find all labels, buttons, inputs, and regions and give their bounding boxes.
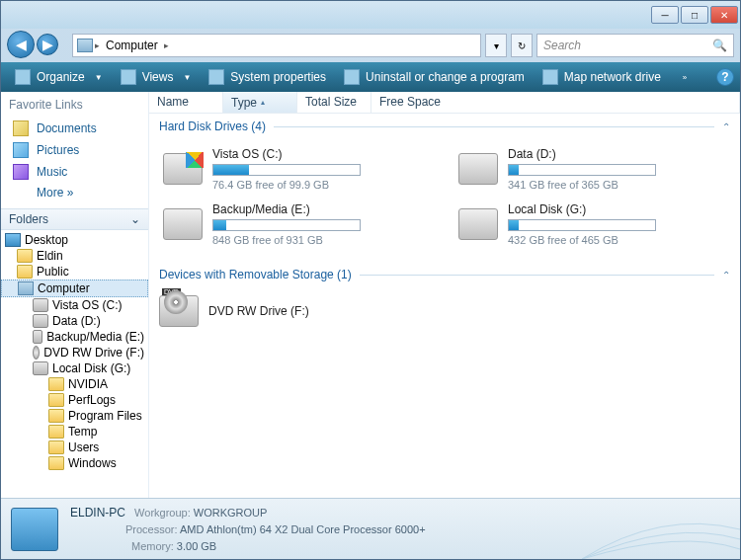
favorite-link-music[interactable]: Music bbox=[9, 161, 140, 183]
tree-item-computer[interactable]: Computer bbox=[1, 280, 148, 297]
tree-item-label: Users bbox=[68, 440, 99, 454]
search-icon: 🔍 bbox=[712, 39, 727, 52]
dvd-icon bbox=[33, 346, 40, 360]
favorite-link-pictures[interactable]: Pictures bbox=[9, 139, 140, 161]
forward-button[interactable]: ▶ bbox=[37, 34, 58, 55]
details-memory-label: Memory: bbox=[131, 540, 174, 552]
tree-item-data-d-[interactable]: Data (D:) bbox=[1, 313, 148, 329]
tree-item-windows[interactable]: Windows bbox=[1, 455, 148, 471]
collapse-icon[interactable]: ⌃ bbox=[722, 270, 730, 280]
search-input[interactable]: Search 🔍 bbox=[536, 34, 734, 57]
drive-icon bbox=[163, 153, 203, 185]
details-processor: AMD Athlon(tm) 64 X2 Dual Core Processor… bbox=[180, 523, 426, 535]
toolbar-overflow-button[interactable]: » bbox=[671, 69, 695, 86]
chevron-down-icon: ▼ bbox=[183, 73, 191, 82]
views-button[interactable]: Views ▼ bbox=[113, 65, 200, 89]
tree-item-desktop[interactable]: Desktop bbox=[1, 232, 148, 248]
drive-icon bbox=[458, 153, 498, 185]
removable-item[interactable]: DVD DVD RW Drive (F:) bbox=[149, 287, 740, 335]
drive-free-text: 76.4 GB free of 99.9 GB bbox=[212, 179, 431, 191]
tree-item-label: Public bbox=[37, 265, 69, 279]
tree-item-label: NVIDIA bbox=[68, 377, 108, 391]
drive-tile[interactable]: Local Disk (G:) 432 GB free of 465 GB bbox=[454, 199, 730, 250]
drive-tile[interactable]: Backup/Media (E:) 848 GB free of 931 GB bbox=[159, 199, 435, 250]
tree-item-label: Vista OS (C:) bbox=[52, 298, 122, 312]
favorite-label: Documents bbox=[37, 121, 97, 135]
drive-icon bbox=[458, 208, 498, 240]
group-removable-storage[interactable]: Devices with Removable Storage (1) ⌃ bbox=[149, 262, 740, 287]
tree-item-dvd-rw-drive-f-[interactable]: DVD RW Drive (F:) bbox=[1, 345, 148, 360]
folder-tree[interactable]: Desktop Eldin Public Computer Vista OS (… bbox=[1, 230, 148, 498]
fav-pics-icon bbox=[13, 142, 29, 158]
details-processor-label: Processor: bbox=[125, 523, 178, 535]
system-properties-button[interactable]: System properties bbox=[201, 65, 334, 89]
refresh-button[interactable]: ↻ bbox=[511, 34, 533, 57]
breadcrumb[interactable]: ▸ Computer ▸ bbox=[72, 34, 481, 57]
organize-button[interactable]: Organize ▼ bbox=[7, 65, 111, 89]
computer-icon bbox=[77, 39, 93, 52]
column-total-size[interactable]: Total Size bbox=[297, 92, 371, 113]
crumb-computer[interactable]: Computer bbox=[102, 37, 162, 54]
drive-icon bbox=[33, 314, 48, 328]
drive-tile[interactable]: Data (D:) 341 GB free of 365 GB bbox=[454, 143, 730, 195]
drive-tile[interactable]: Vista OS (C:) 76.4 GB free of 99.9 GB bbox=[159, 143, 435, 195]
uninstall-button[interactable]: Uninstall or change a program bbox=[336, 65, 533, 89]
explorer-window: ─ □ ✕ ◀ ▶ ▸ Computer ▸ ▾ ↻ Search 🔍 Orga… bbox=[0, 0, 741, 560]
favorite-links-section: Favorite Links Documents Pictures Music … bbox=[1, 92, 148, 208]
collapse-icon[interactable]: ⌃ bbox=[722, 121, 730, 132]
organize-label: Organize bbox=[37, 70, 85, 84]
folder-icon bbox=[17, 249, 33, 263]
folders-header[interactable]: Folders ⌄ bbox=[1, 208, 148, 230]
tree-item-label: Data (D:) bbox=[52, 314, 101, 328]
drive-name: Vista OS (C:) bbox=[212, 147, 431, 161]
computer-large-icon bbox=[11, 508, 58, 551]
tree-item-eldin[interactable]: Eldin bbox=[1, 248, 148, 264]
tree-item-perflogs[interactable]: PerfLogs bbox=[1, 392, 148, 408]
tree-item-label: Backup/Media (E:) bbox=[46, 330, 144, 344]
back-button[interactable]: ◀ bbox=[7, 31, 35, 58]
group-removable-title: Devices with Removable Storage (1) bbox=[159, 268, 352, 281]
tree-item-program-files[interactable]: Program Files bbox=[1, 408, 148, 424]
favorite-links-title: Favorite Links bbox=[9, 98, 140, 112]
tree-item-nvidia[interactable]: NVIDIA bbox=[1, 376, 148, 392]
tree-item-local-disk-g-[interactable]: Local Disk (G:) bbox=[1, 360, 148, 376]
navigation-pane: Favorite Links Documents Pictures Music … bbox=[1, 92, 149, 498]
drive-usage-bar bbox=[508, 164, 656, 176]
tree-item-label: Desktop bbox=[25, 233, 68, 247]
drive-free-text: 848 GB free of 931 GB bbox=[212, 234, 431, 246]
drive-name: Data (D:) bbox=[508, 147, 726, 161]
drive-name: Local Disk (G:) bbox=[508, 202, 726, 216]
tree-item-users[interactable]: Users bbox=[1, 440, 148, 455]
map-drive-label: Map network drive bbox=[564, 70, 661, 84]
favorites-more-button[interactable]: More » bbox=[9, 183, 140, 202]
content-area: Name Type ▴ Total Size Free Space Hard D… bbox=[149, 92, 740, 498]
tree-item-temp[interactable]: Temp bbox=[1, 424, 148, 440]
tree-item-public[interactable]: Public bbox=[1, 264, 148, 280]
drive-icon bbox=[163, 208, 203, 240]
drive-name: Backup/Media (E:) bbox=[212, 202, 431, 216]
nav-row: ◀ ▶ ▸ Computer ▸ ▾ ↻ Search 🔍 bbox=[1, 29, 740, 62]
drive-free-text: 341 GB free of 365 GB bbox=[508, 179, 726, 191]
folder-icon bbox=[48, 440, 64, 454]
folder-icon bbox=[48, 456, 64, 470]
favorite-link-documents[interactable]: Documents bbox=[9, 118, 140, 139]
column-free-space[interactable]: Free Space bbox=[371, 92, 740, 113]
close-button[interactable]: ✕ bbox=[710, 6, 738, 24]
favorite-label: Music bbox=[37, 165, 67, 179]
tree-item-backup-media-e-[interactable]: Backup/Media (E:) bbox=[1, 329, 148, 345]
drive-usage-bar bbox=[508, 219, 656, 231]
drive-icon bbox=[33, 298, 48, 312]
minimize-button[interactable]: ─ bbox=[651, 6, 679, 24]
details-pane: ELDIN-PC Workgroup: WORKGROUP Processor:… bbox=[1, 498, 740, 559]
group-hard-disk-drives[interactable]: Hard Disk Drives (4) ⌃ bbox=[149, 114, 740, 139]
column-type[interactable]: Type ▴ bbox=[223, 92, 297, 113]
column-name[interactable]: Name bbox=[149, 92, 223, 113]
chevron-down-icon: ⌄ bbox=[130, 212, 140, 226]
tree-item-label: Temp bbox=[68, 425, 97, 439]
tree-item-vista-os-c-[interactable]: Vista OS (C:) bbox=[1, 297, 148, 313]
chevron-right-icon: ▸ bbox=[164, 40, 169, 50]
map-drive-button[interactable]: Map network drive bbox=[535, 65, 669, 89]
maximize-button[interactable]: □ bbox=[681, 6, 708, 24]
help-button[interactable]: ? bbox=[716, 68, 734, 86]
address-dropdown-button[interactable]: ▾ bbox=[485, 34, 507, 57]
